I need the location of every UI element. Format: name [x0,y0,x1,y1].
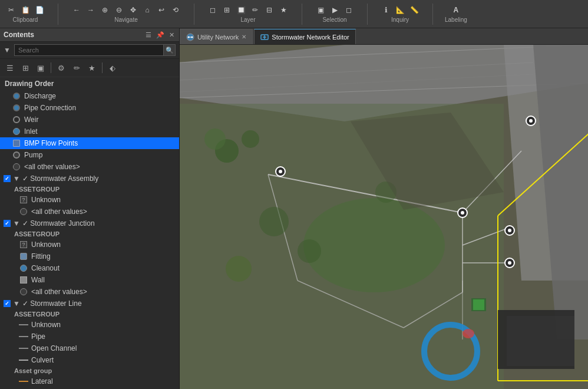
pipe-connection-icon [12,103,21,113]
toolbar-sep-1 [58,4,58,25]
utility-network-tab-close[interactable]: ✕ [242,34,246,40]
aerial-background [180,45,588,389]
assetgroup-label-2: ASSETGROUP [0,229,179,239]
layer-btn2[interactable]: ⊞ [220,4,233,17]
nav-back-btn[interactable]: ← [70,4,83,17]
view-star-btn[interactable]: ★ [85,61,98,74]
contents-pin-btn[interactable]: 📌 [155,31,166,39]
unknown-line-label: Unknown [31,321,61,329]
layer-item-fitting[interactable]: Fitting [0,250,179,262]
junction-collapse-icon: ▼ [13,219,20,228]
layer-item-pipe[interactable]: Pipe [0,331,179,342]
assembly-checkbox[interactable]: ✓ [4,175,11,182]
other-1-icon [12,162,21,172]
contents-header-buttons: ☰ 📌 ✕ [144,31,176,39]
layer-group-stormwater-junction[interactable]: ✓ ▼ ✓ Stormwater Junction [0,217,179,229]
lateral-icon [19,377,28,386]
culvert-icon [19,355,28,365]
layer-item-unknown-2[interactable]: ? Unknown [0,239,179,250]
layer-item-pump[interactable]: Pump [0,149,179,161]
nav-fwd-btn[interactable]: → [84,4,97,17]
search-button[interactable]: 🔍 [164,44,176,56]
layer-item-cleanout[interactable]: Cleanout [0,262,179,274]
view-table-btn[interactable]: ⊞ [19,61,32,74]
layer-label: Layer [240,17,255,23]
filter-icon: ▼ [4,46,11,54]
label-btn1[interactable]: A [450,4,463,17]
nav-zoom-in[interactable]: ⊕ [98,4,111,17]
view-list-btn[interactable]: ☰ [4,61,16,74]
pump-label: Pump [24,151,42,159]
view-extra-btn[interactable]: ⬖ [106,61,119,74]
cleanout-label: Cleanout [31,264,60,272]
layer-item-inlet[interactable]: Inlet [0,126,179,137]
layer-btn1[interactable]: ◻ [206,4,219,17]
line-checkbox[interactable]: ✓ [4,300,11,307]
copy-btn[interactable]: 📄 [33,4,46,17]
layer-btn6[interactable]: ★ [277,4,290,17]
discharge-icon [12,91,21,101]
tab-stormwater-editor[interactable]: Stormwater Network Editor [254,29,355,44]
layer-item-bmp-flow-points[interactable]: BMP Flow Points [0,137,179,149]
view-pencil-btn[interactable]: ✏ [70,61,83,74]
selection-label: Selection [322,17,346,23]
utility-network-tab-label: Utility Network [197,34,239,41]
contents-menu-btn[interactable]: ☰ [144,31,153,39]
view-settings-btn[interactable]: ⚙ [55,61,68,74]
layer-item-wall[interactable]: Wall [0,274,179,286]
pipe-label: Pipe [31,332,45,341]
layer-item-culvert[interactable]: Culvert [0,354,179,366]
fitting-label: Fitting [31,252,51,261]
layer-item-all-other-1[interactable]: <all other values> [0,161,179,173]
nav-zoom-out[interactable]: ⊖ [113,4,125,17]
wall-icon [19,275,28,285]
layer-item-weir[interactable]: Weir [0,114,179,126]
view-sep-1 [51,62,51,73]
nav-undo[interactable]: ↩ [155,4,168,17]
inq-btn3[interactable]: 📏 [408,4,421,17]
nav-redo[interactable]: ⟲ [169,4,182,17]
toolbar-group-navigate: ← → ⊕ ⊖ ✥ ⌂ ↩ ⟲ Navigate [70,4,182,24]
map-canvas[interactable] [180,45,588,389]
cleanout-icon [19,263,28,273]
toolbar-group-selection: ▣ ▶ ◻ Selection [314,4,355,24]
layer-item-all-other-2[interactable]: <all other values> [0,206,179,217]
layer-btn3[interactable]: 🔲 [234,4,247,17]
pipe-icon [19,332,28,341]
junction-checkbox[interactable]: ✓ [4,220,11,227]
layer-btn4[interactable]: ✏ [249,4,262,17]
view-thumb-btn[interactable]: ▣ [34,61,47,74]
sel-btn1[interactable]: ▣ [314,4,327,17]
layer-group-stormwater-assembly[interactable]: ✓ ▼ ✓ Stormwater Assembly [0,173,179,184]
inq-btn1[interactable]: ℹ [379,4,392,17]
inq-btn2[interactable]: 📐 [394,4,407,17]
layer-group-stormwater-line[interactable]: ✓ ▼ ✓ Stormwater Line [0,298,179,309]
asset-group-label-2: Asset group [0,366,179,375]
sel-btn2[interactable]: ▶ [328,4,341,17]
inlet-label: Inlet [24,127,38,136]
search-input[interactable] [14,44,164,56]
layer-item-discharge[interactable]: Discharge [0,90,179,102]
layer-item-open-channel[interactable]: Open Channel [0,342,179,354]
clipboard-btn[interactable]: ✂ [5,4,18,17]
layer-item-unknown-line[interactable]: Unknown [0,319,179,331]
layer-item-pipe-connection[interactable]: Pipe Connection [0,102,179,114]
paste-btn[interactable]: 📋 [19,4,32,17]
layer-item-all-other-3[interactable]: <all other values> [0,286,179,298]
sel-btn3[interactable]: ◻ [342,4,355,17]
stormwater-editor-tab-label: Stormwater Network Editor [272,34,349,41]
toolbar-group-clipboard: ✂ 📋 📄 Clipboard [5,4,46,24]
nav-home[interactable]: ⌂ [141,4,154,17]
bmp-flow-label: BMP Flow Points [24,139,78,147]
layer-item-lateral[interactable]: Lateral [0,375,179,387]
utility-network-tab-icon [186,33,194,41]
tab-utility-network[interactable]: Utility Network ✕ [180,29,253,44]
all-other-2-label: <all other values> [31,207,87,216]
layer-list: Discharge Pipe Connection Weir Inlet BMP… [0,90,179,389]
layer-btn5[interactable]: ⊟ [263,4,276,17]
contents-close-btn[interactable]: ✕ [168,31,176,39]
clipboard-label: Clipboard [13,17,38,23]
discharge-label: Discharge [24,92,56,100]
nav-pan[interactable]: ✥ [127,4,140,17]
layer-item-unknown-1[interactable]: ? Unknown [0,194,179,206]
